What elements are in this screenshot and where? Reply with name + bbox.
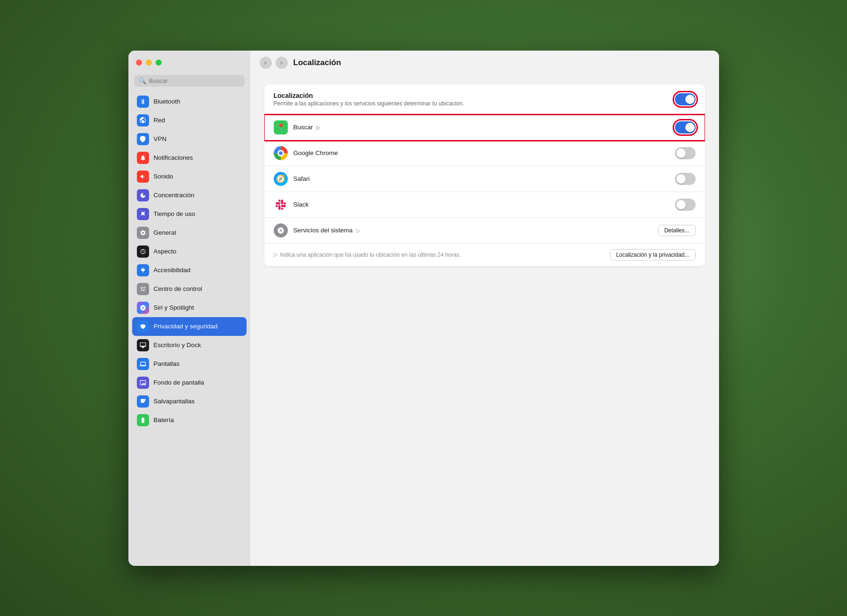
accesibilidad-icon xyxy=(137,264,149,276)
fondo-icon xyxy=(137,377,149,389)
search-bar[interactable]: 🔍 xyxy=(134,75,245,87)
sidebar-item-label-notificaciones: Notificaciones xyxy=(154,154,193,161)
safari-app-icon: 🧭 xyxy=(274,172,288,186)
toggle-knob xyxy=(685,95,695,104)
privacy-button[interactable]: Localización y la privacidad... xyxy=(610,249,695,260)
search-input[interactable] xyxy=(149,77,240,84)
sidebar-list: Bluetooth Red VPN xyxy=(128,92,250,566)
servicios-app-name: Servicios del sistema ▷ xyxy=(293,227,653,234)
sidebar-item-escritorio[interactable]: Escritorio y Dock xyxy=(132,336,247,355)
sidebar-item-label-red: Red xyxy=(154,117,165,124)
slack-toggle[interactable] xyxy=(675,199,696,211)
hint-label: Indica una aplicación que ha usado tu ub… xyxy=(280,252,461,258)
chrome-app-icon xyxy=(274,146,288,160)
sidebar-item-label-bluetooth: Bluetooth xyxy=(154,98,180,105)
slack-app-row: Slack xyxy=(264,192,705,218)
sidebar-item-siri[interactable]: Siri y Spotlight xyxy=(132,298,247,317)
main-content: Localización Permite a las aplicaciones … xyxy=(250,75,719,566)
sidebar-item-label-pantallas: Pantallas xyxy=(154,360,180,367)
red-icon xyxy=(137,114,149,126)
slack-app-name: Slack xyxy=(293,201,669,208)
localization-subtitle: Permite a las aplicaciones y los servici… xyxy=(274,100,675,107)
sidebar-item-label-control: Centro de control xyxy=(154,285,202,292)
buscar-location-arrow: ▷ xyxy=(316,125,320,130)
hint-text: ▷ Indica una aplicación que ha usado tu … xyxy=(274,252,461,258)
sidebar-item-label-fondo: Fondo de pantalla xyxy=(154,379,204,386)
sidebar-item-control[interactable]: Centro de control xyxy=(132,280,247,298)
sidebar-item-notificaciones[interactable]: Notificaciones xyxy=(132,148,247,167)
localization-text-group: Localización Permite a las aplicaciones … xyxy=(274,92,675,107)
sidebar-item-label-siri: Siri y Spotlight xyxy=(154,304,194,311)
hint-arrow-icon: ▷ xyxy=(274,252,277,258)
close-button[interactable] xyxy=(136,59,142,66)
forward-button[interactable]: › xyxy=(276,57,288,69)
concentracion-icon xyxy=(137,189,149,201)
window-titlebar xyxy=(128,51,250,75)
sidebar-item-bluetooth[interactable]: Bluetooth xyxy=(132,92,247,111)
vpn-icon xyxy=(137,133,149,145)
sidebar-item-fondo[interactable]: Fondo de pantalla xyxy=(132,373,247,392)
sidebar-item-accesibilidad[interactable]: Accesibilidad xyxy=(132,261,247,280)
sidebar-item-salvapantallas[interactable]: Salvapantallas xyxy=(132,392,247,411)
sidebar-item-bateria[interactable]: Batería xyxy=(132,411,247,430)
sidebar: 🔍 Bluetooth Red xyxy=(128,51,250,566)
sidebar-item-aspecto[interactable]: Aspecto xyxy=(132,242,247,261)
settings-panel: Localización Permite a las aplicaciones … xyxy=(264,84,705,267)
siri-icon xyxy=(137,302,149,314)
maximize-button[interactable] xyxy=(156,59,162,66)
sidebar-item-pantallas[interactable]: Pantallas xyxy=(132,355,247,373)
sidebar-item-vpn[interactable]: VPN xyxy=(132,130,247,148)
servicios-app-row: Servicios del sistema ▷ Detalles... xyxy=(264,218,705,244)
sidebar-item-label-vpn: VPN xyxy=(154,135,167,142)
bluetooth-icon xyxy=(137,96,149,108)
notif-icon xyxy=(137,152,149,164)
minimize-button[interactable] xyxy=(146,59,152,66)
safari-app-name: Safari xyxy=(293,175,669,182)
sidebar-item-sonido[interactable]: Sonido xyxy=(132,167,247,186)
servicios-app-icon xyxy=(274,223,288,237)
sidebar-item-label-sonido: Sonido xyxy=(154,173,173,180)
sidebar-item-label-privacidad: Privacidad y seguridad xyxy=(154,323,218,330)
sidebar-item-general[interactable]: General xyxy=(132,223,247,242)
sidebar-item-label-concentracion: Concentración xyxy=(154,192,195,199)
sidebar-item-label-tiempo: Tiempo de uso xyxy=(154,210,195,217)
sound-icon xyxy=(137,171,149,183)
buscar-app-name: Buscar ▷ xyxy=(293,124,669,131)
main-titlebar: ‹ › Localización xyxy=(250,51,719,75)
safari-toggle-knob xyxy=(676,174,686,184)
privacidad-icon xyxy=(137,320,149,333)
sidebar-item-concentracion[interactable]: Concentración xyxy=(132,186,247,205)
buscar-app-row: 📍 Buscar ▷ xyxy=(264,115,705,141)
buscar-toggle[interactable] xyxy=(675,121,696,134)
sidebar-item-label-escritorio: Escritorio y Dock xyxy=(154,341,201,349)
pantallas-icon xyxy=(137,358,149,370)
sidebar-item-label-salvapantallas: Salvapantallas xyxy=(154,398,195,405)
sidebar-item-label-bateria: Batería xyxy=(154,416,174,423)
hint-row: ▷ Indica una aplicación que ha usado tu … xyxy=(264,244,705,267)
sidebar-item-label-accesibilidad: Accesibilidad xyxy=(154,267,191,274)
bateria-icon xyxy=(137,414,149,426)
safari-toggle[interactable] xyxy=(675,173,696,185)
back-button[interactable]: ‹ xyxy=(260,57,272,69)
chrome-toggle[interactable] xyxy=(675,147,696,159)
localization-header: Localización Permite a las aplicaciones … xyxy=(264,84,705,115)
sidebar-item-privacidad[interactable]: Privacidad y seguridad xyxy=(132,317,247,336)
control-icon xyxy=(137,283,149,295)
svg-point-1 xyxy=(142,267,143,268)
sidebar-item-red[interactable]: Red xyxy=(132,111,247,130)
localization-title: Localización xyxy=(274,92,675,99)
page-title: Localización xyxy=(293,58,341,67)
escritorio-icon xyxy=(137,339,149,351)
sidebar-item-tiempo[interactable]: Tiempo de uso xyxy=(132,205,247,223)
buscar-app-icon: 📍 xyxy=(274,120,288,134)
slack-toggle-knob xyxy=(676,200,686,209)
sidebar-item-label-aspecto: Aspecto xyxy=(154,248,177,255)
localization-toggle[interactable] xyxy=(675,93,696,105)
details-button[interactable]: Detalles... xyxy=(658,225,695,236)
servicios-location-arrow: ▷ xyxy=(356,228,360,233)
chrome-app-row: Google Chrome xyxy=(264,141,705,166)
sidebar-item-label-general: General xyxy=(154,229,176,236)
aspecto-icon xyxy=(137,245,149,258)
buscar-toggle-knob xyxy=(685,123,695,132)
chrome-inner-circle xyxy=(277,150,284,156)
